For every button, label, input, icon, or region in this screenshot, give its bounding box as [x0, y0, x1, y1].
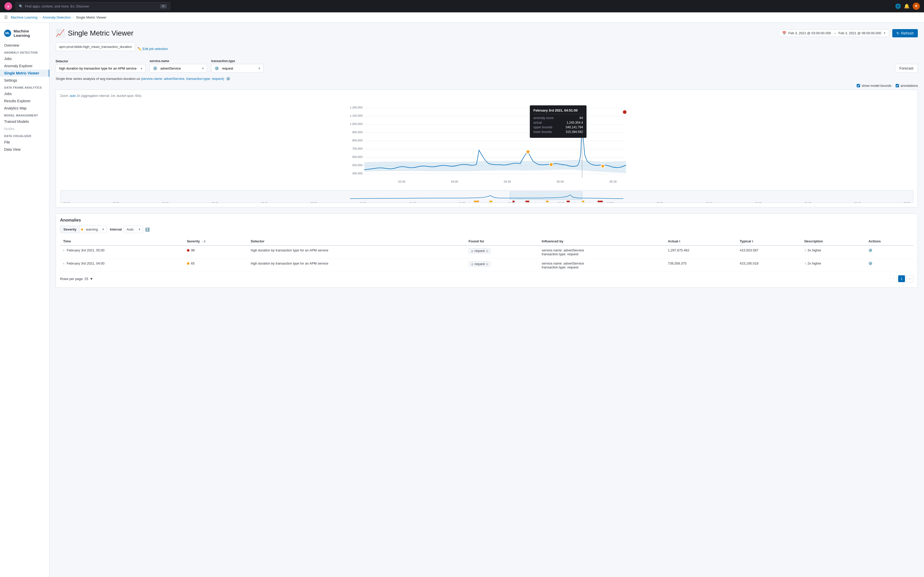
date-range-picker[interactable]: 📅 Feb 3, 2021 @ 03:00:00.000 → Feb 3, 20…: [779, 29, 889, 37]
rows-per-page-chevron: ▼: [90, 277, 93, 281]
anomaly-dot-selected: [601, 164, 604, 168]
job-selection-row: apm-prod-bbbb-high_mean_transaction_dura…: [56, 42, 918, 55]
zoom-auto-link[interactable]: auto: [69, 94, 76, 98]
global-search-bar[interactable]: 🔍 Find apps, content, and more. Ex: Disc…: [16, 2, 170, 10]
svg-rect-30: [546, 201, 549, 202]
forecast-button[interactable]: Forecast: [895, 64, 918, 73]
svg-text:900,000: 900,000: [352, 131, 362, 134]
severity-badge-1: 98: [187, 248, 245, 252]
breadcrumb-sep-2: ›: [73, 16, 74, 19]
mini-time-6: 03:55: [311, 202, 317, 203]
svg-text:400,000: 400,000: [352, 172, 362, 175]
breadcrumb-anomaly-detection[interactable]: Anomaly Detection: [42, 15, 71, 19]
col-severity[interactable]: Severity ↓ ℹ: [184, 237, 248, 245]
arrow-up-icon-1: ↑: [804, 248, 806, 252]
chart-container: Zoom: auto 1h (aggregation interval: 1m,…: [56, 90, 918, 207]
service-name-select-wrapper[interactable]: ⚙️ advertService ▼: [150, 64, 207, 73]
detector-label: Detector: [56, 60, 145, 63]
mini-timeline[interactable]: 03:05 03:15 03:25 03:35 03:45 03:55 04:0…: [60, 190, 913, 203]
edit-job-link[interactable]: ✏️ Edit job selection: [137, 47, 168, 51]
annotations-input[interactable]: [896, 84, 899, 87]
cell-actual-2: 739,358.375: [665, 259, 737, 272]
user-avatar[interactable]: R: [913, 3, 920, 10]
refresh-icon: ↻: [897, 31, 900, 35]
cell-typical-2: 415,195.018: [737, 259, 801, 272]
col-typical: Typical ℹ: [737, 237, 801, 245]
header-right: 📅 Feb 3, 2021 @ 03:00:00.000 → Feb 3, 20…: [779, 29, 918, 37]
interval-value: Auto: [124, 226, 136, 233]
severity-filter-wrapper: Severity warning ▼: [60, 226, 107, 233]
bell-icon[interactable]: 🔔: [904, 3, 909, 9]
severity-dot-red-1: [187, 249, 189, 251]
detector-field-group: Detector high duration by transaction ty…: [56, 60, 145, 73]
sidebar-item-data-view[interactable]: Data View: [0, 146, 49, 153]
mini-time-16: 05:35: [805, 202, 811, 203]
main-chart-svg: 1,200,000 1,100,000 1,000,000 900,000 80…: [60, 101, 913, 188]
breadcrumb-machine-learning[interactable]: Machine Learning: [11, 15, 37, 19]
col-detector: Detector: [248, 237, 465, 245]
tag-icon-1: ◎: [471, 249, 473, 253]
sidebar-item-results-explorer[interactable]: Results Explorer: [0, 97, 49, 105]
transaction-type-select[interactable]: request: [221, 64, 257, 73]
sidebar-item-single-metric-viewer[interactable]: Single Metric Viewer: [0, 69, 49, 77]
col-found-for: Found for: [465, 237, 539, 245]
next-page-button[interactable]: ›: [906, 275, 913, 282]
sidebar-item-file[interactable]: File: [0, 139, 49, 146]
mini-time-17: 05:45: [854, 202, 861, 203]
rows-per-page[interactable]: Rows per page: 25 ▼: [60, 277, 93, 281]
annotations-checkbox[interactable]: annotations: [896, 84, 918, 88]
sidebar-item-dfa-jobs[interactable]: Jobs: [0, 90, 49, 97]
expand-btn-1[interactable]: ›: [63, 248, 64, 252]
severity-dot-icon: [81, 229, 83, 230]
cell-actions-1: ⚙️: [865, 245, 913, 259]
service-name-field-group: service.name ⚙️ advertService ▼: [150, 59, 207, 73]
actions-gear-icon-2[interactable]: ⚙️: [868, 261, 872, 265]
sidebar-item-settings[interactable]: Settings: [0, 77, 49, 84]
detector-select[interactable]: high duration by transaction type for an…: [56, 64, 145, 73]
severity-badge-2: 65: [187, 261, 245, 265]
severity-chevron-icon[interactable]: ▼: [100, 226, 107, 232]
interval-chevron-icon[interactable]: ▼: [136, 226, 143, 232]
svg-text:600,000: 600,000: [352, 155, 362, 158]
sidebar-item-anomaly-explorer[interactable]: Anomaly Explorer: [0, 62, 49, 69]
model-bounds-input[interactable]: [857, 84, 860, 87]
nav-right-icons: 🌐 🔔 R: [895, 3, 920, 10]
hamburger-menu[interactable]: ☰: [4, 15, 8, 20]
show-model-bounds-checkbox[interactable]: show model bounds: [857, 84, 892, 88]
page-number-1[interactable]: 1: [898, 275, 905, 282]
sidebar-item-trained-models[interactable]: Trained Models: [0, 118, 49, 125]
page-header: 📈 Single Metric Viewer 📅 Feb 3, 2021 @ 0…: [56, 29, 918, 37]
mini-time-4: 03:35: [212, 202, 218, 203]
sidebar-item-analytics-map[interactable]: Analytics Map: [0, 105, 49, 112]
page-title-area: 📈 Single Metric Viewer: [56, 29, 134, 37]
actions-gear-icon-1[interactable]: ⚙️: [868, 248, 872, 252]
top-navigation: e 🔍 Find apps, content, and more. Ex: Di…: [0, 0, 924, 12]
svg-text:04:00: 04:00: [451, 180, 458, 183]
table-row: › February 3rd 2021, 04:00 65 high durat…: [60, 259, 913, 272]
transaction-type-select-wrapper[interactable]: ⚙️ request ▼: [211, 64, 263, 73]
search-shortcut: ⌘/: [160, 4, 167, 8]
detector-row: Detector high duration by transaction ty…: [56, 59, 918, 73]
sidebar-item-overview[interactable]: Overview: [0, 42, 49, 49]
col-actual: Actual ℹ: [665, 237, 737, 245]
anomaly-dot-critical-2: [623, 110, 627, 114]
pagination-row: Rows per page: 25 ▼ ‹ 1 ›: [60, 272, 913, 283]
prev-page-button: ‹: [890, 275, 897, 282]
severity-value: warning: [84, 226, 100, 233]
svg-text:05:30: 05:30: [609, 180, 617, 183]
globe-icon[interactable]: 🌐: [895, 3, 901, 9]
mini-time-15: 05:25: [755, 202, 762, 203]
svg-text:04:30: 04:30: [504, 180, 511, 183]
refresh-button[interactable]: ↻ Refresh: [892, 29, 918, 37]
info-icon[interactable]: ℹ️: [145, 227, 150, 232]
sidebar-section-anomaly: Anomaly Detection: [0, 49, 49, 55]
cell-time-1: › February 3rd 2021, 05:00: [60, 245, 184, 259]
settings-small-icon[interactable]: ⚙️: [226, 77, 230, 81]
sidebar-item-jobs[interactable]: Jobs: [0, 55, 49, 62]
job-selection-pill: apm-prod-bbbb-high_mean_transaction_dura…: [56, 42, 135, 51]
expand-btn-2[interactable]: ›: [63, 262, 64, 265]
search-placeholder: Find apps, content, and more. Ex: Discov…: [25, 4, 89, 8]
svg-text:500,000: 500,000: [352, 164, 362, 167]
sidebar-brand[interactable]: ML Machine Learning: [0, 27, 49, 42]
service-name-select[interactable]: advertService: [159, 64, 200, 73]
